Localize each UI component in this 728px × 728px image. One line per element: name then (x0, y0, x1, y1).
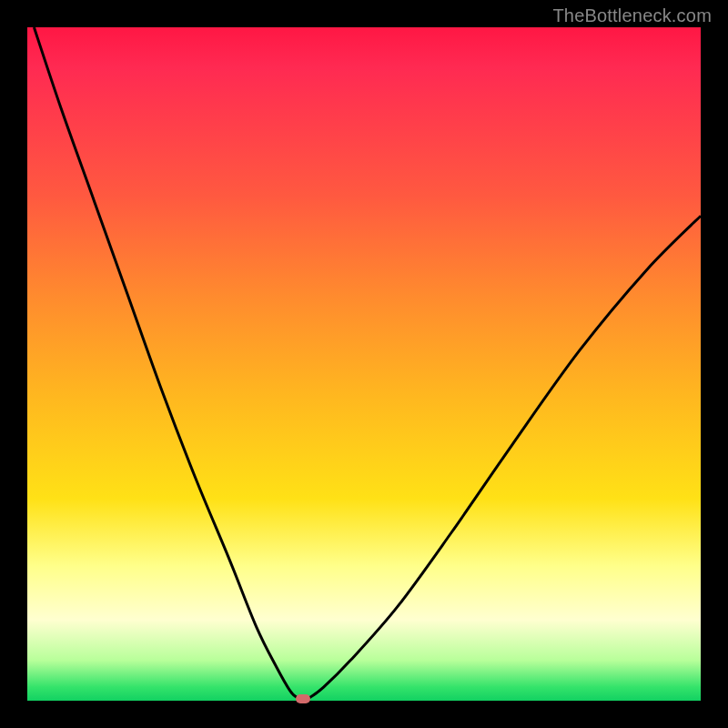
watermark-text: TheBottleneck.com (552, 5, 712, 26)
plot-area (27, 27, 701, 701)
bottleneck-curve (27, 27, 701, 701)
chart-container: TheBottleneck.com (0, 0, 728, 728)
plot-frame (27, 27, 701, 701)
optimum-marker (296, 694, 310, 703)
